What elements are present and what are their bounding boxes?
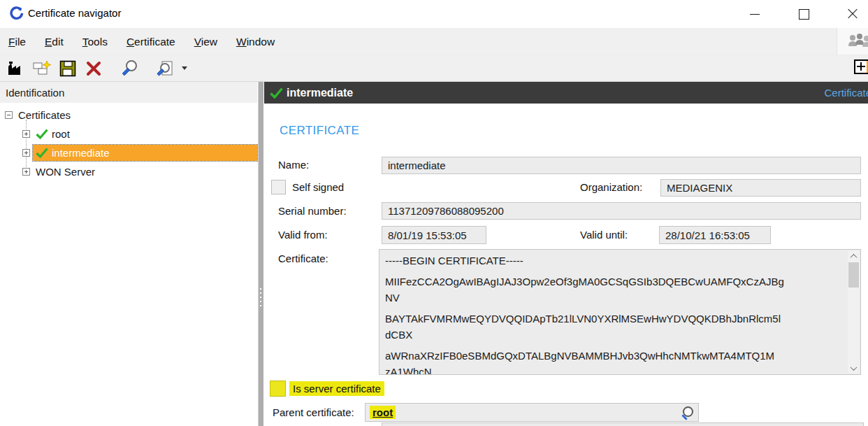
menu-bar: FileEditToolsCertificateViewWindow (0, 28, 868, 55)
certificate-line: dCBX (385, 327, 845, 343)
menu-item[interactable]: View (191, 34, 220, 50)
next-field-partial (382, 423, 864, 426)
valid-from-field[interactable]: 8/01/19 15:53:05 (382, 226, 486, 244)
tree-item-label: WON Server (36, 166, 95, 178)
new-item-icon[interactable] (31, 58, 52, 79)
organization-field[interactable]: MEDIAGENIX (660, 179, 861, 197)
tree-root-certificates[interactable]: Certificates (0, 106, 257, 125)
certificate-line: MIIFezCCA2OgAwIBAgIJAJ3Opw2eOf3gMA0GCSqG… (385, 274, 845, 290)
scroll-up-button[interactable] (848, 250, 860, 262)
check-icon (36, 148, 48, 158)
check-icon (270, 87, 283, 99)
certificate-scrollbar[interactable] (848, 250, 860, 374)
parent-certificate-link[interactable]: root (370, 406, 396, 419)
self-signed-checkbox[interactable] (271, 180, 286, 194)
splitter-grip (260, 288, 261, 306)
menu-bar-right (837, 28, 868, 55)
tree-root-label: Certificates (18, 109, 71, 121)
certificate-line: zA1WhcN (385, 364, 845, 375)
self-signed-label: Self signed (292, 181, 344, 193)
window-title: Certificate navigator (28, 7, 121, 19)
chevron-up-icon (851, 253, 858, 260)
certificate-navigator-window: Certificate navigator FileEditToolsCerti… (0, 0, 868, 426)
delete-icon[interactable] (83, 58, 104, 79)
panel-type-label: Certificate (824, 87, 868, 99)
valid-from-label: Valid from: (278, 229, 328, 241)
expand-icon[interactable] (22, 168, 30, 176)
is-server-certificate-label: Is server certificate (289, 381, 384, 396)
sidebar: Identification Certificates root (0, 82, 257, 426)
name-label: Name: (278, 159, 309, 171)
users-icon (847, 32, 868, 50)
search-options-dropdown-caret[interactable] (182, 66, 187, 70)
toolbar-icons (6, 55, 187, 81)
tree-item[interactable]: root (0, 125, 257, 143)
scroll-down-button[interactable] (848, 362, 860, 374)
name-field[interactable]: intermediate (382, 157, 861, 174)
is-server-certificate-checkbox[interactable] (270, 381, 286, 397)
expand-icon[interactable] (22, 149, 30, 157)
certificate-text: -----BEGIN CERTIFICATE-----MIIFezCCA2OgA… (385, 253, 845, 374)
panel-title: intermediate (287, 87, 353, 99)
menu-item[interactable]: Certificate (124, 34, 178, 50)
menu-item[interactable]: File (6, 34, 29, 50)
chevron-down-icon (851, 364, 858, 371)
add-panel-icon[interactable] (854, 59, 868, 74)
tree-items: root intermediate (0, 125, 257, 181)
valid-until-label: Valid until: (580, 229, 628, 241)
title-bar: Certificate navigator (0, 0, 868, 28)
menu-item[interactable]: Window (233, 34, 277, 50)
tree-item-label: root (52, 128, 70, 140)
minimize-button[interactable] (739, 0, 770, 28)
certificate-line: aWRnaXRzIFB0eSBMdGQxDTALBgNVBAMMBHJvb3Qw… (385, 348, 845, 364)
collapse-icon[interactable] (5, 111, 13, 119)
expand-icon[interactable] (22, 130, 30, 138)
tree-item[interactable]: WON Server (0, 162, 257, 181)
lookup-magnifier-icon[interactable] (680, 406, 694, 420)
close-button[interactable] (837, 0, 868, 28)
maximize-icon (799, 9, 809, 20)
close-icon (847, 8, 858, 20)
menu-item[interactable]: Tools (80, 34, 110, 50)
certificate-line: BAYTAkFVMRMwEQYDVQQIDApTb21lLVN0YXRlMSEw… (385, 311, 845, 327)
app-logo-icon (9, 6, 24, 21)
organization-label: Organization: (580, 181, 642, 193)
panel-splitter[interactable] (258, 82, 263, 426)
certificate-line: NV (385, 290, 845, 306)
serial-number-field[interactable]: 11371209786088095200 (382, 202, 861, 220)
detail-panel-header: intermediate Certificate (264, 82, 868, 104)
parent-certificate-field[interactable]: root (365, 403, 699, 422)
toolbar (0, 55, 868, 82)
search-icon[interactable] (119, 58, 140, 79)
search-options-icon[interactable] (154, 58, 175, 79)
certificate-label: Certificate: (278, 253, 328, 264)
sidebar-header: Identification (0, 82, 257, 103)
tree-item-label: intermediate (52, 147, 110, 159)
check-icon (36, 129, 48, 139)
certificate-line: -----BEGIN CERTIFICATE----- (385, 253, 845, 269)
menu-item[interactable]: Edit (42, 34, 66, 50)
certificate-tree: Certificates root (0, 106, 257, 181)
certificate-textarea[interactable]: -----BEGIN CERTIFICATE-----MIIFezCCA2OgA… (379, 249, 861, 375)
parent-certificate-label: Parent certificate: (273, 406, 354, 418)
serial-number-label: Serial number: (278, 205, 347, 217)
menu-items: FileEditToolsCertificateViewWindow (6, 28, 291, 55)
minimize-icon (750, 14, 760, 15)
factory-icon[interactable] (6, 58, 27, 79)
scrollbar-thumb[interactable] (848, 262, 859, 287)
tree-item[interactable]: intermediate (0, 143, 257, 162)
maximize-button[interactable] (788, 0, 819, 28)
valid-until-field[interactable]: 28/10/21 16:53:05 (659, 226, 771, 244)
section-title: CERTIFICATE (280, 124, 359, 138)
detail-panel: intermediate Certificate CERTIFICATE Nam… (264, 82, 868, 426)
save-icon[interactable] (57, 58, 78, 79)
